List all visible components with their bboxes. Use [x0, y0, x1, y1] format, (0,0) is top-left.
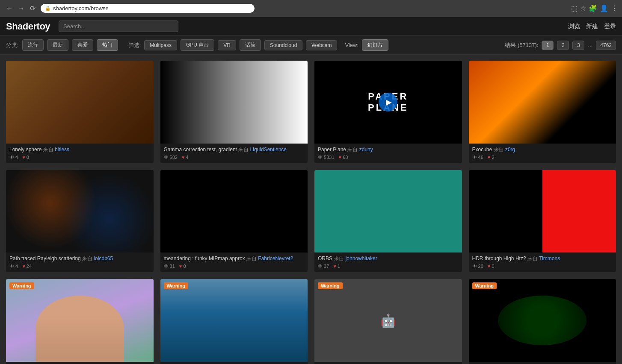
page-3-button[interactable]: 3 — [572, 41, 584, 50]
author-label: 来自 — [527, 255, 539, 261]
play-button[interactable] — [379, 93, 397, 112]
shader-card-lonely-sphere[interactable]: Lonely sphere 来自 bitless 4 0 — [6, 61, 154, 163]
profile-button[interactable]: 👤 — [600, 4, 608, 12]
filter-multipass[interactable]: Multipass — [144, 40, 177, 50]
author-name[interactable]: johnowhitaker — [346, 255, 377, 261]
card-title: Paper Plane 来自 zduny — [318, 146, 459, 153]
filter-bar: 分类: 流行 最新 喜爱 热门 筛选: Multipass GPU 声音 VR … — [0, 36, 622, 55]
card-info: ED-209 来自 dean_the_coder 79730 124 — [314, 362, 462, 364]
filter-label: 筛选: — [128, 41, 141, 49]
refresh-button[interactable]: ⟳ — [28, 3, 37, 13]
card-title: HDR through High Htz? 来自 Timmons — [472, 255, 613, 262]
warning-badge: Warning — [164, 282, 189, 289]
shader-card-exocube[interactable]: Exocube 来自 z0rg 46 2 — [469, 61, 616, 163]
thumbnail-wrap — [314, 170, 462, 253]
thumbnail-inner — [469, 170, 616, 253]
thumbnail-wrap — [6, 170, 154, 253]
author-label: 来自 — [334, 255, 345, 261]
card-info: Path traced Rayleigh scattering 来自 loicd… — [6, 252, 154, 272]
shader-title: Path traced Rayleigh scattering — [9, 255, 81, 261]
thumbnail-wrap — [469, 61, 616, 144]
shader-card-gamma-correction[interactable]: Gamma correction test, gradient 来自 Liqui… — [160, 61, 308, 163]
author-label: 来自 — [347, 147, 359, 153]
shader-card-ed-209[interactable]: 🤖 Warning ED-209 来自 dean_the_coder 79730… — [314, 279, 462, 364]
author-name[interactable]: LiquidSentience — [250, 147, 287, 153]
author-name[interactable]: z0rg — [505, 147, 515, 153]
author-name[interactable]: loicdb65 — [94, 255, 113, 261]
card-info: Exocube 来自 z0rg 46 2 — [469, 144, 616, 163]
like-count: 4 — [182, 155, 189, 160]
card-meta: 5331 68 — [318, 155, 459, 160]
shader-card-hdr-high-htz[interactable]: HDR through High Htz? 来自 Timmons 20 0 — [469, 170, 616, 273]
filter-gpu-sound[interactable]: GPU 声音 — [181, 39, 214, 51]
author-label: 来自 — [43, 147, 55, 153]
card-title: Lonely sphere 来自 bitless — [9, 146, 150, 153]
shader-card-paper-plane[interactable]: PAPERPLANE Paper Plane 来自 zduny 5331 68 — [314, 61, 462, 163]
author-name[interactable]: FabriceNeyret2 — [258, 255, 293, 261]
category-popular[interactable]: 流行 — [22, 39, 44, 51]
shader-title: ORBS — [318, 255, 332, 261]
shader-title: meandering : funky MIPmap approx — [164, 255, 245, 261]
thumbnail-wrap: Warning — [160, 279, 308, 362]
nav-browse[interactable]: 浏览 — [568, 23, 580, 30]
page-2-button[interactable]: 2 — [557, 41, 569, 50]
warning-badge: Warning — [9, 282, 34, 289]
warning-badge: Warning — [318, 282, 343, 289]
thumbnail-inner — [314, 170, 462, 253]
shader-title: HDR through High Htz? — [472, 255, 526, 261]
shader-card-mystify-screensaver[interactable]: Warning Mystify Screensaver 来自 Qendolin … — [469, 279, 616, 364]
like-count: 0 — [22, 155, 29, 160]
shader-card-meandering[interactable]: meandering : funky MIPmap approx 来自 Fabr… — [160, 170, 308, 273]
site-logo[interactable]: Shadertoy — [6, 21, 50, 32]
view-label: View: — [345, 42, 358, 48]
thumbnail-wrap — [160, 170, 308, 253]
nav-links: 浏览 新建 登录 — [568, 23, 616, 30]
menu-button[interactable]: ⋮ — [611, 4, 618, 12]
filter-soundcloud[interactable]: Soundcloud — [264, 40, 302, 50]
category-hot[interactable]: 热门 — [97, 39, 118, 51]
extension-button[interactable]: 🧩 — [589, 4, 597, 12]
filter-mic[interactable]: 话筒 — [240, 39, 261, 51]
card-title: ORBS 来自 johnowhitaker — [318, 255, 459, 262]
view-count: 37 — [318, 264, 329, 269]
shader-title: Paper Plane — [318, 147, 346, 153]
card-meta: 37 1 — [318, 264, 459, 269]
thumbnail-wrap: Warning — [469, 279, 616, 362]
page-last-button[interactable]: 4762 — [596, 41, 616, 50]
cast-button[interactable]: ⬚ — [571, 4, 578, 12]
view-count: 46 — [472, 155, 483, 160]
view-mode-button[interactable]: 幻灯片 — [362, 39, 388, 51]
shader-card-seascape[interactable]: Warning Seascape 来自 TDM 540907 2148 — [160, 279, 308, 364]
author-name[interactable]: bitless — [55, 147, 69, 153]
url-text: shadertoy.com/browse — [53, 5, 109, 12]
shader-card-path-traced-rayleigh[interactable]: Path traced Rayleigh scattering 来自 loicd… — [6, 170, 154, 273]
card-meta: 4 24 — [9, 264, 150, 269]
card-info: Paper Plane 来自 zduny 5331 68 — [314, 144, 462, 163]
author-label: 来自 — [238, 147, 250, 153]
filter-vr[interactable]: VR — [218, 40, 236, 50]
page-1-button[interactable]: 1 — [542, 41, 554, 50]
view-count: 31 — [164, 264, 175, 269]
shader-card-selfie-girl[interactable]: Warning Selfie Girl 来自 iq 84019 402 — [6, 279, 154, 364]
browser-nav-buttons: ← → ⟳ — [4, 3, 37, 13]
shader-title: Gamma correction test, gradient — [164, 147, 237, 153]
category-loved[interactable]: 喜爱 — [72, 39, 93, 51]
top-nav: Shadertoy 浏览 新建 登录 — [0, 17, 622, 36]
author-name[interactable]: Timmons — [539, 255, 560, 261]
author-name[interactable]: zduny — [359, 147, 373, 153]
results-label: 结果 (57137): — [505, 41, 538, 49]
shader-card-orbs[interactable]: ORBS 来自 johnowhitaker 37 1 — [314, 170, 462, 273]
shader-grid: Lonely sphere 来自 bitless 4 0 Gamma corre… — [0, 55, 622, 364]
forward-button[interactable]: → — [16, 4, 27, 13]
card-meta: 46 2 — [472, 155, 613, 160]
category-newest[interactable]: 最新 — [47, 39, 68, 51]
address-bar[interactable]: 🔒 shadertoy.com/browse — [41, 4, 255, 13]
nav-login[interactable]: 登录 — [604, 23, 616, 30]
nav-new[interactable]: 新建 — [586, 23, 598, 30]
bookmark-button[interactable]: ☆ — [580, 4, 586, 12]
search-input[interactable] — [59, 21, 178, 32]
filter-webcam[interactable]: Webcam — [306, 40, 337, 50]
card-title: meandering : funky MIPmap approx 来自 Fabr… — [164, 255, 305, 262]
thumbnail-wrap: Warning — [6, 279, 154, 362]
back-button[interactable]: ← — [4, 4, 15, 13]
